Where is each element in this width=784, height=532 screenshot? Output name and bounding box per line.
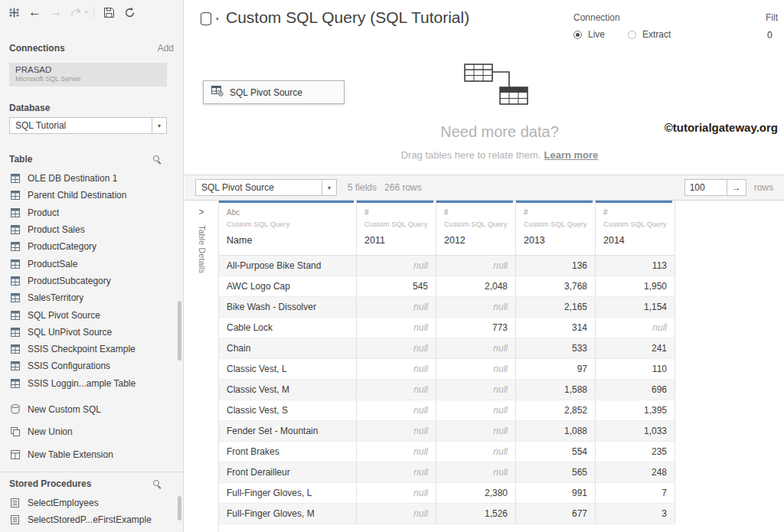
cell-value[interactable]: 1,395 [596, 400, 675, 421]
datasource-icon[interactable]: ▾ [200, 11, 219, 27]
stored-procedure-item[interactable]: SelectEmployees [0, 494, 184, 511]
cell-value[interactable]: null [436, 338, 516, 359]
cell-name[interactable]: AWC Logo Cap [219, 276, 357, 297]
connection-item[interactable]: PRASAD Microsoft SQL Server [9, 63, 167, 86]
table-list-item[interactable]: Product [0, 204, 184, 221]
table-details-tab[interactable]: Table Details [196, 225, 207, 273]
cell-name[interactable]: Full-Finger Gloves, L [219, 483, 357, 504]
cell-value[interactable]: 3,768 [516, 276, 596, 297]
cell-value[interactable]: 314 [516, 318, 596, 338]
forward-arrow-icon[interactable]: → [46, 3, 65, 21]
relationship-canvas[interactable]: SQL Pivot Source Need more dat [185, 46, 784, 175]
source-table-select[interactable]: SQL Pivot Source ▾ [195, 179, 337, 196]
back-arrow-icon[interactable]: ← [25, 3, 44, 21]
stored-list-scrollbar[interactable] [178, 496, 181, 521]
table-list-item[interactable]: Parent Child Destination [0, 187, 184, 204]
cell-value[interactable]: null [436, 421, 516, 442]
cell-value[interactable]: 110 [596, 359, 675, 380]
sidebar-action-item[interactable]: New Table Extension [0, 443, 184, 466]
table-list-item[interactable]: ProductSubcategory [0, 273, 184, 289]
cell-value[interactable]: 235 [596, 442, 675, 462]
cell-name[interactable]: Fender Set - Mountain [219, 421, 357, 442]
cell-value[interactable]: 113 [596, 256, 675, 276]
cell-value[interactable]: null [436, 400, 516, 421]
cell-name[interactable]: All-Purpose Bike Stand [219, 256, 357, 276]
sidebar-action-item[interactable]: New Custom SQL [0, 398, 184, 421]
cell-value[interactable]: 1,154 [596, 297, 675, 318]
cell-value[interactable]: 696 [596, 380, 675, 400]
cell-name[interactable]: Front Brakes [219, 442, 357, 462]
cell-value[interactable]: 97 [516, 359, 596, 380]
cell-value[interactable]: 2,852 [516, 400, 596, 421]
save-icon[interactable] [100, 3, 119, 21]
row-limit-input[interactable] [684, 179, 727, 196]
extract-radio[interactable] [628, 31, 636, 39]
column-header-2013[interactable]: #Custom SQL Query2013 [516, 201, 596, 255]
cell-value[interactable]: 7 [596, 483, 675, 504]
cell-value[interactable]: null [596, 318, 675, 338]
column-header-2012[interactable]: #Custom SQL Query2012 [436, 201, 516, 255]
redo-dropdown-caret-icon[interactable]: ▾ [85, 9, 88, 15]
cell-value[interactable]: 2,048 [436, 276, 516, 297]
cell-value[interactable]: null [357, 297, 436, 318]
cell-value[interactable]: null [357, 483, 436, 504]
table-list-item[interactable]: SSIS Checkpoint Example [0, 341, 184, 357]
cell-value[interactable]: null [357, 318, 436, 338]
cell-value[interactable]: null [357, 256, 436, 276]
extract-radio-label[interactable]: Extract [642, 29, 671, 40]
cell-value[interactable]: 1,526 [436, 504, 516, 524]
refresh-icon[interactable] [120, 3, 139, 21]
cell-value[interactable]: 533 [516, 338, 596, 359]
add-connection-button[interactable]: Add [158, 43, 174, 54]
table-list-item[interactable]: Product Sales [0, 221, 184, 238]
cell-value[interactable]: 991 [516, 483, 596, 504]
cell-value[interactable]: null [357, 380, 436, 400]
table-list-item[interactable]: SSIS Configurations [0, 357, 184, 374]
stored-procedure-item[interactable]: SelectStoredP...eFirstExample [0, 511, 184, 528]
sidebar-action-item[interactable]: New Union [0, 421, 184, 444]
cell-value[interactable]: null [436, 380, 516, 400]
column-header-name[interactable]: AbcCustom SQL QueryName [219, 201, 357, 255]
cell-name[interactable]: Bike Wash - Dissolver [219, 297, 357, 318]
cell-value[interactable]: 1,950 [596, 276, 675, 297]
cell-value[interactable]: 241 [596, 338, 675, 359]
cell-name[interactable]: Classic Vest, M [219, 380, 357, 400]
cell-value[interactable]: 1,588 [516, 380, 596, 400]
cell-value[interactable]: 565 [516, 462, 596, 483]
cell-value[interactable]: null [436, 297, 516, 318]
cell-value[interactable]: 1,088 [516, 421, 596, 442]
cell-name[interactable]: Full-Finger Gloves, M [219, 504, 357, 524]
apply-row-limit-button[interactable]: → [727, 179, 746, 196]
chevron-down-icon[interactable]: ▾ [322, 180, 336, 195]
cell-value[interactable]: null [357, 359, 436, 380]
cell-value[interactable]: null [357, 400, 436, 421]
cell-value[interactable]: null [436, 462, 516, 483]
cell-value[interactable]: 2,380 [436, 483, 516, 504]
cell-value[interactable]: null [357, 462, 436, 483]
cell-value[interactable]: 2,165 [516, 297, 596, 318]
cell-value[interactable]: null [357, 338, 436, 359]
chevron-down-icon[interactable]: ▾ [152, 118, 166, 133]
table-list-item[interactable]: ProductCategory [0, 238, 184, 255]
cell-value[interactable]: 136 [516, 256, 596, 276]
cell-value[interactable]: null [436, 256, 516, 276]
database-select[interactable]: SQL Tutorial ▾ [9, 117, 167, 134]
cell-value[interactable]: null [357, 442, 436, 462]
table-list-scrollbar[interactable] [178, 301, 181, 361]
cell-value[interactable]: 677 [516, 504, 596, 524]
redo-arrow-icon[interactable] [67, 3, 86, 21]
table-list-item[interactable]: SQL UnPivot Source [0, 324, 184, 341]
cell-value[interactable]: null [357, 421, 436, 442]
column-header-2014[interactable]: #Custom SQL Query2014 [596, 201, 675, 255]
cell-value[interactable]: 3 [596, 504, 675, 524]
cell-value[interactable]: 545 [357, 276, 436, 297]
cell-name[interactable]: Front Derailleur [219, 462, 357, 483]
cell-value[interactable]: null [436, 359, 516, 380]
cell-name[interactable]: Classic Vest, S [219, 400, 357, 421]
cell-name[interactable]: Chain [219, 338, 357, 359]
table-list-item[interactable]: SSIS Loggin...ample Table [0, 375, 184, 392]
cell-value[interactable]: null [436, 442, 516, 462]
column-header-2011[interactable]: #Custom SQL Query2011 [357, 201, 436, 255]
cell-name[interactable]: Classic Vest, L [219, 359, 357, 380]
table-list-item[interactable]: SQL Pivot Source [0, 306, 184, 323]
